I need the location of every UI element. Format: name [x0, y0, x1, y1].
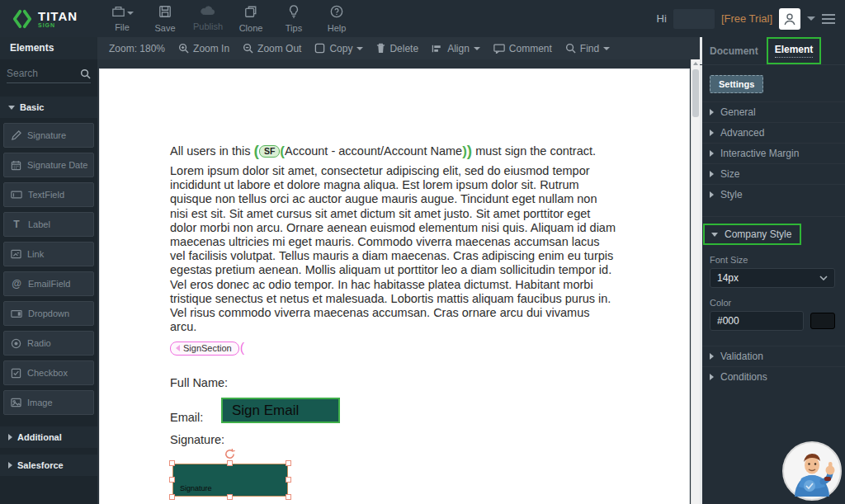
at-icon: @: [11, 278, 22, 290]
elements-panel-title: Elements: [0, 37, 97, 59]
section-general[interactable]: General: [700, 101, 845, 122]
resize-handle[interactable]: [227, 494, 233, 500]
element-item-signature[interactable]: Signature: [3, 123, 94, 148]
copy-button[interactable]: Copy: [314, 43, 363, 54]
help-button[interactable]: Help: [319, 2, 355, 35]
tips-button[interactable]: Tips: [276, 2, 312, 35]
section-conditions[interactable]: Conditions: [700, 366, 845, 387]
panel-scrollbar[interactable]: [700, 37, 702, 504]
resize-handle[interactable]: [169, 477, 175, 483]
menu-icon[interactable]: [822, 14, 835, 24]
find-button[interactable]: Find: [565, 43, 610, 54]
clone-icon: [244, 5, 257, 21]
element-item-signature-date[interactable]: Signature Date: [3, 153, 94, 177]
align-button[interactable]: Align: [432, 43, 480, 54]
user-avatar-button[interactable]: [779, 8, 800, 30]
section-style[interactable]: Style: [700, 184, 845, 205]
chevron-down-icon: [819, 276, 828, 280]
trash-icon: [376, 43, 385, 54]
element-item-emailfield[interactable]: @ EmailField: [3, 271, 94, 296]
element-item-label[interactable]: T Label: [3, 212, 94, 237]
file-button[interactable]: File: [104, 2, 140, 35]
zoom-in-button[interactable]: Zoom In: [178, 43, 229, 54]
element-item-dropdown[interactable]: Dropdown: [3, 301, 94, 326]
person-icon: [782, 12, 797, 26]
scroll-up-icon[interactable]: [693, 62, 698, 65]
dropdown-icon: [11, 309, 22, 318]
calendar-icon: [11, 160, 21, 171]
tab-element[interactable]: Element: [775, 44, 814, 58]
resize-handle[interactable]: [169, 460, 175, 466]
label-icon: T: [11, 219, 22, 230]
section-validation[interactable]: Validation: [700, 346, 845, 366]
comment-button[interactable]: Comment: [493, 43, 552, 54]
folder-icon: [111, 5, 134, 21]
search-input[interactable]: [7, 68, 80, 79]
section-company-style[interactable]: Company Style: [703, 224, 801, 245]
save-button[interactable]: Save: [147, 2, 183, 35]
resize-handle[interactable]: [227, 460, 233, 466]
clone-button[interactable]: Clone: [233, 2, 269, 35]
section-additional[interactable]: Additional: [0, 426, 97, 448]
email-field-element[interactable]: Sign Email: [221, 398, 340, 423]
color-swatch[interactable]: [810, 313, 835, 329]
brand-name: TITAN: [38, 10, 78, 22]
account-chevron-down-icon[interactable]: [807, 16, 815, 21]
canvas-scrollbar[interactable]: [691, 59, 700, 504]
bottom-sections: Validation Conditions: [700, 346, 845, 387]
resize-handle[interactable]: [286, 477, 291, 483]
brand-logo[interactable]: TITAN SIGN: [0, 8, 97, 30]
color-value-input[interactable]: [710, 311, 804, 331]
font-size-select[interactable]: 14px: [710, 268, 835, 288]
link-icon: [11, 249, 21, 259]
sign-section-tag[interactable]: SignSection(: [170, 341, 244, 356]
section-interactive-margin[interactable]: Interactive Margin: [700, 143, 845, 163]
editor-toolbar: Zoom: 180% Zoom In Zoom Out Copy Delete: [97, 37, 700, 59]
help-mascot-avatar[interactable]: [781, 440, 843, 502]
element-item-link[interactable]: Link: [3, 242, 94, 266]
section-advanced[interactable]: Advanced: [700, 122, 845, 143]
sf-merge-badge[interactable]: SF: [259, 145, 280, 158]
element-search: [7, 68, 91, 83]
rotate-handle-icon[interactable]: [224, 448, 236, 460]
greeting-text: Hi: [657, 12, 667, 25]
copy-icon: [314, 43, 325, 54]
color-setting: [710, 311, 835, 331]
element-item-image[interactable]: Image: [3, 390, 94, 415]
resize-handle[interactable]: [286, 460, 291, 466]
caret-right-icon: [710, 130, 714, 136]
delete-button[interactable]: Delete: [376, 43, 418, 54]
search-icon[interactable]: [80, 68, 91, 79]
question-icon: [330, 5, 343, 21]
caret-right-icon: [710, 150, 714, 157]
document-page[interactable]: All users in this (SF(Account - account/…: [99, 68, 690, 504]
save-icon: [158, 5, 172, 21]
properties-tabs: Document Element: [700, 37, 845, 65]
scrollbar-thumb[interactable]: [692, 69, 699, 117]
username-redacted: [673, 9, 715, 29]
merge-field-text[interactable]: Account - account/Account Name: [285, 144, 462, 158]
caret-down-icon: [8, 106, 15, 110]
editor-center: Zoom: 180% Zoom In Zoom Out Copy Delete: [97, 37, 700, 504]
signature-field-element[interactable]: Signature: [172, 464, 288, 497]
caret-right-icon: [8, 434, 12, 440]
settings-button[interactable]: Settings: [710, 75, 763, 93]
top-right-area: Hi [Free Trial]: [657, 8, 845, 30]
zoom-out-button[interactable]: Zoom Out: [243, 43, 301, 54]
resize-handle[interactable]: [286, 494, 291, 500]
element-item-textfield[interactable]: TextField: [3, 182, 94, 207]
font-size-label: Font Size: [710, 255, 845, 265]
section-size[interactable]: Size: [700, 163, 845, 184]
tag-arrow-icon: [176, 345, 180, 351]
document-canvas: All users in this (SF(Account - account/…: [97, 59, 700, 504]
resize-handle[interactable]: [169, 494, 175, 500]
section-salesforce[interactable]: Salesforce: [0, 455, 97, 476]
comment-icon: [493, 44, 505, 54]
element-item-checkbox[interactable]: Checkbox: [3, 360, 94, 385]
caret-right-icon: [710, 171, 714, 177]
tab-document[interactable]: Document: [710, 45, 758, 57]
section-basic[interactable]: Basic: [0, 97, 97, 118]
textfield-icon: [11, 190, 22, 200]
element-item-radio[interactable]: Radio: [3, 331, 94, 356]
properties-sidebar: Document Element Settings General Advanc…: [700, 37, 845, 504]
